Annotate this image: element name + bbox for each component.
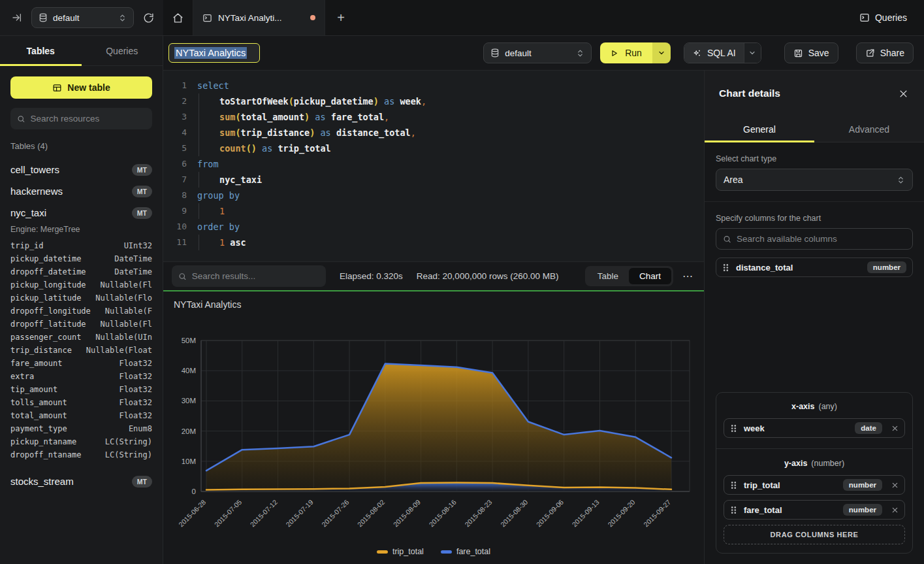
code-line[interactable]: 4sum(trip_distance) as distance_total,: [171, 125, 704, 141]
remove-field-icon[interactable]: [889, 506, 899, 514]
sql-ai-main[interactable]: SQL AI: [684, 43, 744, 63]
svg-text:2015-08-16: 2015-08-16: [427, 498, 458, 529]
remove-field-icon[interactable]: [889, 425, 899, 432]
column-row[interactable]: dropoff_datetimeDateTime: [10, 265, 152, 278]
column-row[interactable]: trip_distanceNullable(Float: [10, 344, 152, 357]
drag-handle-icon: [730, 506, 737, 514]
y-axis-hint: (number): [811, 459, 844, 468]
table-grid-icon: [52, 83, 62, 93]
share-button[interactable]: Share: [856, 42, 914, 63]
axis-field-fare_total[interactable]: fare_totalnumber: [724, 500, 905, 520]
column-type: DateTime: [114, 267, 152, 276]
tab-nytaxi-analytics[interactable]: NYTaxi Analyti...: [193, 0, 325, 35]
run-button[interactable]: Run: [600, 42, 671, 63]
column-row[interactable]: tolls_amountFloat32: [10, 396, 152, 409]
save-button[interactable]: Save: [784, 42, 838, 63]
table-row[interactable]: cell_towersMT: [10, 159, 152, 180]
column-row[interactable]: payment_typeEnum8: [10, 422, 152, 435]
sql-editor[interactable]: 1select2toStartOfWeek(pickup_datetime) a…: [163, 71, 704, 261]
column-row[interactable]: extraFloat32: [10, 370, 152, 383]
table-row[interactable]: hackernewsMT: [10, 180, 152, 202]
column-row[interactable]: dropoff_longitudeNullable(F: [10, 305, 152, 318]
column-row[interactable]: total_amountFloat32: [10, 409, 152, 422]
columns-search-input[interactable]: [737, 234, 906, 244]
code-line[interactable]: 8group by: [171, 188, 704, 203]
sql-ai-button[interactable]: SQL AI: [684, 42, 761, 63]
y-axis-fields: trip_totalnumberfare_totalnumber: [724, 475, 905, 520]
toolbar-database-selector[interactable]: default: [483, 42, 592, 63]
home-button[interactable]: [163, 0, 193, 35]
sidebar-collapse-icon[interactable]: [12, 12, 22, 23]
column-row[interactable]: pickup_longitudeNullable(Fl: [10, 278, 152, 291]
columns-search[interactable]: [716, 228, 913, 250]
view-toggle-chart[interactable]: Chart: [629, 268, 671, 284]
results-search-input[interactable]: [192, 271, 319, 281]
table-row[interactable]: nyc_taxiMT: [10, 202, 152, 224]
code-line[interactable]: 5count() as trip_total: [171, 141, 704, 156]
chart-type-select[interactable]: Area: [716, 169, 913, 191]
query-title-input[interactable]: NYTaxi Analytics: [168, 43, 260, 63]
column-row[interactable]: dropoff_latitudeNullable(Fl: [10, 318, 152, 331]
share-label: Share: [880, 48, 904, 58]
query-toolbar: NYTaxi Analytics default Run: [163, 36, 924, 71]
refresh-icon[interactable]: [143, 12, 154, 24]
results-search[interactable]: [172, 265, 326, 287]
code-line[interactable]: 111 asc: [171, 235, 704, 250]
sidebar-tab-queries[interactable]: Queries: [82, 36, 163, 65]
area-fare_total: [206, 364, 671, 491]
sidebar-search-input[interactable]: [31, 114, 146, 124]
sidebar-tab-tables[interactable]: Tables: [0, 36, 82, 65]
save-label: Save: [808, 48, 829, 58]
code-line[interactable]: 7nyc_taxi: [171, 172, 704, 188]
column-row[interactable]: trip_idUInt32: [10, 239, 152, 252]
axis-field-week[interactable]: weekdate: [724, 418, 905, 438]
column-row[interactable]: dropoff_ntanameLC(String): [10, 448, 152, 461]
table-name: stocks_stream: [10, 476, 74, 487]
view-toggle-table[interactable]: Table: [587, 268, 629, 284]
code-line[interactable]: 91: [171, 203, 704, 219]
column-row[interactable]: pickup_latitudeNullable(Flo: [10, 291, 152, 305]
column-row[interactable]: fare_amountFloat32: [10, 357, 152, 370]
column-row[interactable]: passenger_countNullable(UIn: [10, 331, 152, 344]
save-icon: [793, 48, 803, 58]
code-line[interactable]: 3sum(total_amount) as fare_total,: [171, 109, 704, 125]
close-icon[interactable]: [899, 89, 908, 99]
terminal-icon: [859, 12, 870, 23]
available-column-distance_total[interactable]: distance_totalnumber: [716, 257, 913, 277]
column-name: fare_amount: [10, 359, 62, 368]
more-options-button[interactable]: ⋯: [680, 270, 696, 282]
table-row[interactable]: stocks_streamMT: [10, 471, 152, 492]
code-line[interactable]: 2toStartOfWeek(pickup_datetime) as week,: [171, 93, 704, 109]
column-type: Float32: [119, 372, 152, 381]
tab-general[interactable]: General: [705, 116, 814, 142]
code-line[interactable]: 10order by: [171, 219, 704, 235]
axis-field-trip_total[interactable]: trip_totalnumber: [724, 475, 905, 495]
line-number: 8: [171, 188, 187, 203]
field-type-badge: number: [843, 479, 882, 491]
run-button-main[interactable]: Run: [600, 42, 652, 63]
new-table-button[interactable]: New table: [10, 76, 152, 99]
remove-field-icon[interactable]: [889, 482, 899, 489]
sql-ai-caret[interactable]: [744, 43, 761, 63]
queries-button[interactable]: Queries: [859, 12, 907, 23]
field-type-badge: number: [867, 261, 906, 273]
column-row[interactable]: pickup_ntanameLC(String): [10, 435, 152, 448]
legend-item-fare_total[interactable]: fare_total: [441, 547, 490, 556]
column-type: Float32: [119, 385, 152, 394]
sidebar-search[interactable]: [10, 108, 152, 129]
column-row[interactable]: pickup_datetimeDateTime: [10, 252, 152, 265]
new-tab-button[interactable]: +: [325, 0, 357, 35]
chart-panel: NYTaxi Analytics 010M20M30M40M50M2015-06…: [163, 290, 704, 564]
chart-plot-area[interactable]: 010M20M30M40M50M2015-06-282015-07-052015…: [163, 311, 704, 544]
column-row[interactable]: tip_amountFloat32: [10, 383, 152, 396]
drag-columns-drop-zone[interactable]: DRAG COLUMNS HERE: [724, 525, 905, 544]
code-line[interactable]: 6from: [171, 156, 704, 172]
engine-badge: MT: [132, 207, 152, 219]
chart-type-label: Select chart type: [716, 154, 913, 163]
code-line[interactable]: 1select: [171, 78, 704, 93]
run-options-caret[interactable]: [652, 42, 671, 63]
legend-item-trip_total[interactable]: trip_total: [377, 547, 424, 556]
tab-advanced[interactable]: Advanced: [814, 116, 924, 142]
database-selector[interactable]: default: [31, 7, 134, 28]
svg-text:2015-08-30: 2015-08-30: [499, 498, 530, 529]
